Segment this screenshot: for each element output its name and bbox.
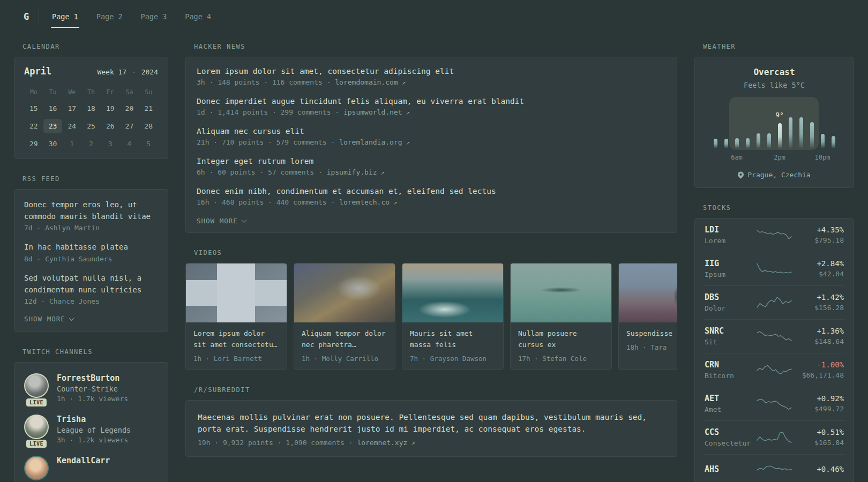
- video-title[interactable]: Lorem ipsum dolor sit amet consectetu…: [193, 328, 279, 351]
- weather-widget-title: WEATHER: [703, 43, 854, 50]
- rss-item-title[interactable]: Sed volutpat nulla nisl, a condimentum n…: [24, 273, 158, 296]
- stock-row[interactable]: CCSConsectetur+0.51%$165.84: [704, 420, 845, 454]
- stock-change: +4.35%: [794, 225, 844, 234]
- hacker-news-item-stats: 16h · 468 points · 440 comments ·: [197, 198, 339, 206]
- stock-sparkline-wrap: [755, 396, 794, 412]
- video-title[interactable]: Mauris sit amet massa felis: [410, 328, 496, 351]
- rss-widget-title: RSS FEED: [23, 175, 168, 183]
- calendar-day: 2: [81, 137, 101, 151]
- video-title[interactable]: Aliquam tempor dolor nec pharetra…: [302, 328, 387, 351]
- hacker-news-item-stats: 1d · 1,414 points · 299 comments ·: [197, 108, 343, 116]
- rss-item-meta: 8d · Cynthia Saunders: [24, 255, 158, 263]
- weather-bar-slot: [806, 101, 817, 148]
- twitch-channel-row[interactable]: KendallCarr: [24, 456, 158, 480]
- stock-row[interactable]: DBSDolor+1.42%$156.28: [704, 285, 845, 319]
- stock-values: +0.46%: [794, 465, 844, 473]
- video-card-row: Lorem ipsum dolor sit amet consectetu…1h…: [185, 263, 677, 370]
- hacker-news-show-more-button[interactable]: SHOW MORE: [197, 217, 666, 225]
- stock-row[interactable]: IIGIpsum+2.84%$42.04: [704, 252, 845, 285]
- dashboard-page: G Page 1Page 2Page 3Page 4 CALENDAR Apri…: [0, 0, 868, 482]
- stock-name: Consectetur: [705, 439, 755, 447]
- twitch-channel-name: KendallCarr: [57, 456, 110, 465]
- hacker-news-item-domain[interactable]: loremdomain.com: [335, 78, 398, 86]
- tab-page-3[interactable]: Page 3: [140, 4, 168, 29]
- page-tabs: Page 1Page 2Page 3Page 4: [51, 4, 212, 29]
- weather-bar: [757, 133, 760, 148]
- hacker-news-item-title[interactable]: Donec enim nibh, condimentum et accumsan…: [197, 187, 666, 195]
- calendar-day: 19: [101, 101, 120, 116]
- video-card-body: Suspendisse diam18h · Tara: [619, 322, 677, 358]
- tab-page-4[interactable]: Page 4: [184, 4, 212, 29]
- dashboard-columns: CALENDAR April Week 17 · 2024 MoTuWeThFr…: [14, 43, 854, 482]
- rss-show-more-label: SHOW MORE: [24, 315, 65, 323]
- video-meta: 18h · Tara: [626, 343, 677, 351]
- hacker-news-item-title[interactable]: Integer eget rutrum lorem: [197, 157, 666, 165]
- calendar-week-label: Week 17 · 2024: [97, 68, 158, 76]
- video-card[interactable]: Suspendisse diam18h · Tara: [618, 263, 677, 370]
- stock-values: +1.36%$148.64: [794, 327, 844, 345]
- stock-sparkline: [756, 362, 792, 378]
- hacker-news-item-title[interactable]: Lorem ipsum dolor sit amet, consectetur …: [197, 67, 666, 76]
- video-title[interactable]: Nullam posuere cursus ex: [518, 328, 604, 351]
- stock-name: Amet: [705, 405, 755, 413]
- hacker-news-item-domain[interactable]: loremtech.co: [339, 198, 390, 206]
- video-card[interactable]: Mauris sit amet massa felis7h · Grayson …: [402, 263, 504, 370]
- calendar-card: April Week 17 · 2024 MoTuWeThFrSaSu15161…: [14, 57, 168, 159]
- video-title[interactable]: Suspendisse diam: [626, 328, 677, 340]
- subreddit-post-title[interactable]: Maecenas mollis pulvinar erat non posuer…: [198, 411, 665, 435]
- stock-row[interactable]: AETAmet+0.92%$499.72: [704, 387, 845, 420]
- calendar-separator: ·: [131, 68, 137, 76]
- twitch-channel-row[interactable]: LIVEForrestBurtonCounter-Strike1h · 1.7k…: [24, 373, 158, 403]
- calendar-weekday-label: Mo: [24, 86, 43, 98]
- chevron-down-icon: [69, 316, 74, 321]
- subreddit-post: Maecenas mollis pulvinar erat non posuer…: [198, 411, 665, 447]
- hacker-news-item-domain[interactable]: ipsumworld.net: [343, 108, 402, 116]
- stock-identity: AETAmet: [705, 394, 755, 413]
- right-column: WEATHER Overcast Feels like 5°C 9° 6am2p…: [694, 43, 854, 482]
- stock-identity: CRNBitcorn: [705, 360, 755, 380]
- stock-symbol: CRN: [705, 360, 755, 370]
- calendar-day-selected: 23: [43, 119, 63, 133]
- external-link-icon: ↗: [402, 109, 410, 116]
- weather-bar: [810, 122, 814, 148]
- tab-page-2[interactable]: Page 2: [95, 4, 124, 29]
- calendar-widget-title: CALENDAR: [23, 43, 168, 50]
- video-card[interactable]: Aliquam tempor dolor nec pharetra…1h · M…: [294, 263, 395, 370]
- weather-bar-slot: [817, 101, 828, 148]
- rss-show-more-button[interactable]: SHOW MORE: [24, 315, 158, 323]
- stock-symbol: AHS: [705, 464, 755, 474]
- video-meta: 7h · Grayson Dawson: [410, 355, 496, 363]
- stock-row[interactable]: LDILorem+4.35%$795.18: [704, 219, 845, 252]
- twitch-channel-row[interactable]: LIVETrishaLeague of Legends3h · 1.2k vie…: [24, 415, 158, 444]
- stock-name: Sit: [705, 338, 755, 346]
- weather-condition: Overcast: [704, 67, 845, 77]
- calendar-day: 22: [24, 119, 43, 133]
- twitch-channel-info: ForrestBurtonCounter-Strike1h · 1.7k vie…: [57, 373, 128, 403]
- subreddit-post-domain[interactable]: loremnet.xyz: [357, 439, 407, 447]
- stock-name: Bitcorn: [705, 372, 755, 380]
- video-card[interactable]: Nullam posuere cursus ex17h · Stefan Col…: [510, 263, 612, 370]
- hacker-news-item-title[interactable]: Donec imperdiet augue tincidunt felis al…: [197, 97, 666, 106]
- video-card[interactable]: Lorem ipsum dolor sit amet consectetu…1h…: [185, 263, 287, 370]
- stock-sparkline-wrap: [755, 362, 794, 378]
- weather-location-label: Prague, Czechia: [747, 171, 810, 179]
- stock-row[interactable]: SNRCSit+1.36%$148.64: [704, 319, 845, 353]
- stock-sparkline-wrap: [755, 461, 794, 477]
- rss-item-title[interactable]: Donec tempor eros leo, ut commodo mauris…: [24, 199, 158, 222]
- stock-symbol: SNRC: [705, 326, 755, 336]
- subreddit-post-meta: 19h · 9,932 points · 1,090 comments · lo…: [198, 439, 665, 447]
- hacker-news-item-domain[interactable]: loremlandia.org: [339, 138, 402, 146]
- hacker-news-widget: HACKER NEWS Lorem ipsum dolor sit amet, …: [185, 43, 677, 233]
- stock-row[interactable]: AHS+0.46%: [704, 454, 845, 482]
- stocks-widget: STOCKS LDILorem+4.35%$795.18IIGIpsum+2.8…: [694, 204, 854, 482]
- stock-row[interactable]: CRNBitcorn-1.00%$66,171.48: [704, 353, 845, 387]
- video-card-body: Nullam posuere cursus ex17h · Stefan Col…: [511, 322, 611, 370]
- rss-item-title[interactable]: In hac habitasse platea: [24, 242, 158, 253]
- hacker-news-item-title[interactable]: Aliquam nec cursus elit: [197, 127, 666, 135]
- calendar-day: 26: [101, 119, 120, 133]
- calendar-widget: CALENDAR April Week 17 · 2024 MoTuWeThFr…: [14, 43, 168, 159]
- tab-page-1[interactable]: Page 1: [51, 4, 79, 29]
- video-card-body: Lorem ipsum dolor sit amet consectetu…1h…: [186, 322, 287, 370]
- rss-item-list: Donec tempor eros leo, ut commodo mauris…: [24, 199, 158, 305]
- hacker-news-item-domain[interactable]: ipsumify.biz: [327, 168, 377, 176]
